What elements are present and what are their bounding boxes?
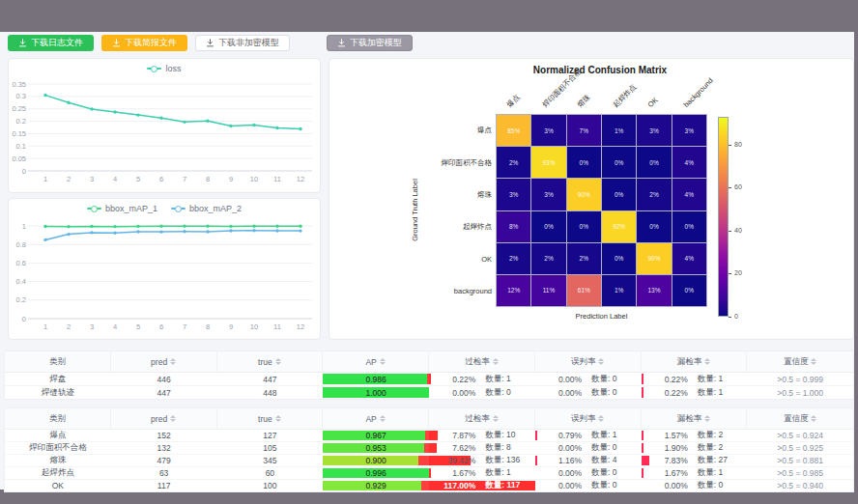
column-header-6[interactable]: 漏检率 [642, 408, 748, 429]
confusion-matrix-grid: 85%3%7%1%3%3%2%93%0%0%0%4%3%3%90%0%2%4%8… [496, 114, 707, 307]
column-header-7[interactable]: 置信度 [747, 351, 853, 372]
cm-row-label: 起焊炸点 [386, 222, 492, 232]
pred-count: 152 [157, 431, 171, 440]
map-chart: 00.20.40.60.81123456789101112 [9, 199, 320, 343]
column-header-label: 漏检率 [677, 413, 702, 425]
cm-cell-r5-c5: 0% [672, 275, 706, 306]
button-label: 下载加密模型 [350, 39, 402, 47]
download-log-button[interactable]: 下载日志文件 [8, 35, 94, 51]
pred-count-cell: 117 [111, 480, 217, 491]
cm-cell-r4-c5: 4% [672, 243, 706, 274]
loss-plot: 00.050.10.150.20.250.30.3512345678910111… [9, 59, 320, 192]
sort-icon[interactable] [170, 358, 176, 365]
download-report-button[interactable]: 下载简报文件 [101, 35, 187, 51]
true-count-cell: 105 [217, 442, 324, 454]
class-name-cell: 起焊炸点 [5, 467, 111, 479]
legend-item-bbox_mAP_1[interactable]: bbox_mAP_1 [87, 204, 157, 213]
sort-icon[interactable] [811, 415, 816, 422]
over-detection-rate-cell-percent: 0.22% [429, 375, 475, 384]
column-header-7[interactable]: 置信度 [747, 408, 853, 429]
sort-icon[interactable] [380, 358, 386, 365]
column-header-1[interactable]: pred [111, 408, 217, 429]
button-label: 下载日志文件 [31, 39, 83, 47]
cm-cell-r0-c4: 3% [637, 115, 671, 146]
cm-cell-r3-c0: 8% [497, 211, 530, 242]
sort-icon[interactable] [493, 415, 499, 422]
legend-item-loss[interactable]: loss [147, 64, 181, 73]
column-header-label: 置信度 [784, 413, 809, 425]
missed-rate-cell-count: 数量: 1 [688, 467, 747, 479]
cm-cell-r4-c1: 2% [531, 243, 565, 274]
sort-icon[interactable] [493, 358, 499, 365]
column-header-label: 误判率 [571, 356, 596, 368]
true-count-cell: 100 [217, 480, 324, 491]
sort-icon[interactable] [380, 415, 386, 422]
colorbar-tick-mark [729, 273, 731, 274]
confidence-value: >0.5 = 0.881 [777, 456, 823, 465]
over-detection-rate-cell: 0.22%数量: 1 [429, 373, 535, 385]
misjudge-rate-cell-count: 数量: 0 [582, 480, 641, 491]
sort-icon[interactable] [275, 358, 281, 365]
svg-text:1: 1 [43, 175, 47, 183]
missed-rate-cell-percent: 1.57% [642, 431, 688, 440]
over-detection-rate-cell: 39.42%数量: 136 [429, 455, 535, 466]
cm-cell-r1-c0: 2% [497, 147, 530, 178]
svg-text:1: 1 [22, 222, 26, 231]
legend-item-bbox_mAP_2[interactable]: bbox_mAP_2 [171, 204, 242, 213]
ap-value: 0.953 [365, 443, 386, 453]
sort-icon[interactable] [704, 415, 710, 422]
column-header-4[interactable]: 过检率 [429, 408, 535, 429]
over-detection-rate-cell-count: 数量: 117 [475, 480, 534, 491]
loss-chart-legend: loss [9, 64, 320, 73]
download-plain-model-button[interactable]: 下载非加密模型 [195, 35, 290, 51]
over-detection-rate-cell: 117.00%数量: 117 [429, 480, 535, 491]
cm-cell-r1-c1: 93% [531, 147, 565, 178]
cm-cell-r5-c4: 13% [637, 275, 671, 306]
sort-icon[interactable] [275, 415, 281, 422]
confidence-value: >0.5 = 0.924 [777, 431, 823, 440]
misjudge-rate-cell-count: 数量: 4 [582, 455, 641, 466]
column-header-2[interactable]: true [217, 351, 324, 372]
column-header-3[interactable]: AP [323, 408, 429, 429]
svg-text:3: 3 [90, 175, 94, 183]
column-header-4[interactable]: 过检率 [429, 351, 535, 372]
confidence-cell: >0.5 = 1.000 [747, 386, 853, 399]
column-header-2[interactable]: true [217, 408, 324, 429]
confidence-cell: >0.5 = 0.924 [747, 430, 853, 441]
sort-icon[interactable] [598, 358, 604, 365]
column-header-3[interactable]: AP [323, 351, 429, 372]
column-header-5[interactable]: 误判率 [535, 351, 642, 372]
misjudge-rate-cell: 0.00%数量: 0 [535, 467, 642, 479]
sort-icon[interactable] [811, 358, 816, 365]
download-encrypted-model-button[interactable]: 下载加密模型 [327, 35, 413, 51]
cm-cell-r1-c5: 4% [672, 147, 706, 178]
over-detection-rate-cell-count: 数量: 0 [475, 387, 534, 399]
legend-label: bbox_mAP_1 [105, 204, 157, 213]
misjudge-rate-cell-percent: 0.00% [535, 443, 582, 453]
sort-icon[interactable] [704, 358, 710, 365]
column-header-1[interactable]: pred [111, 351, 217, 372]
svg-text:3: 3 [90, 322, 94, 331]
svg-text:0: 0 [22, 167, 26, 176]
ap-value: 0.929 [365, 481, 386, 490]
cm-col-label: OK [646, 96, 660, 109]
pred-count: 446 [157, 375, 171, 384]
svg-text:0.2: 0.2 [16, 117, 26, 126]
pred-count-cell: 152 [111, 430, 217, 441]
sort-icon[interactable] [598, 415, 604, 422]
column-header-6[interactable]: 漏检率 [642, 351, 748, 372]
missed-rate-cell-percent: 1.67% [642, 468, 688, 478]
column-header-label: 置信度 [784, 356, 809, 368]
svg-text:4: 4 [113, 175, 117, 183]
pred-count-cell: 63 [111, 467, 217, 479]
download-icon [18, 39, 27, 47]
column-header-label: 类别 [49, 413, 66, 425]
column-header-5[interactable]: 误判率 [535, 408, 642, 429]
cm-cell-r5-c0: 12% [497, 275, 530, 306]
loss-chart-card: loss 00.050.10.150.20.250.30.35123456789… [8, 58, 321, 193]
table-row: 爆点1521270.9677.87%数量: 100.79%数量: 11.57%数… [5, 430, 853, 442]
sort-icon[interactable] [170, 415, 176, 422]
true-count: 60 [266, 468, 274, 478]
cm-cell-r4-c0: 2% [497, 243, 530, 274]
missed-rate-cell-percent: 1.90% [642, 443, 688, 453]
